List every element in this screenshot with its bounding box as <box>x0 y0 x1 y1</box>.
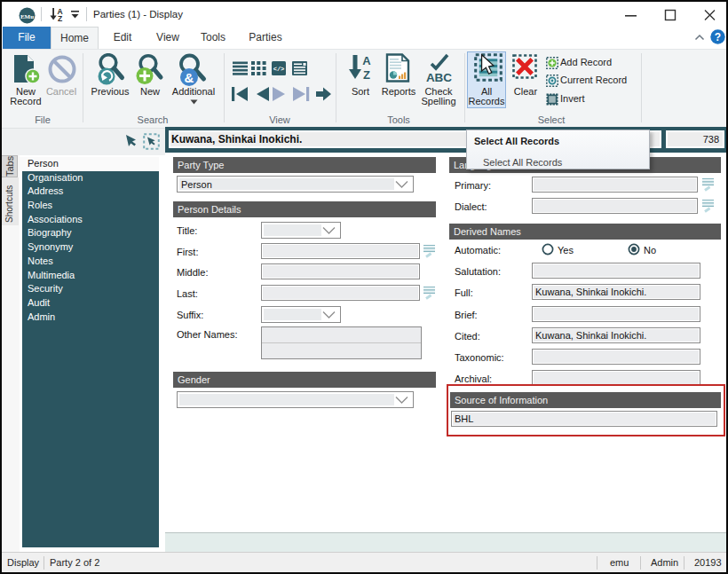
svg-text:ABC: ABC <box>426 71 452 83</box>
svg-text:Z: Z <box>58 14 62 22</box>
svg-text:Z: Z <box>363 68 370 82</box>
svg-text:A: A <box>362 54 371 67</box>
svg-text:EMu: EMu <box>20 13 34 20</box>
svg-text:&: & <box>185 70 194 85</box>
svg-text:</>: </> <box>273 66 285 73</box>
svg-text:?: ? <box>715 31 721 43</box>
